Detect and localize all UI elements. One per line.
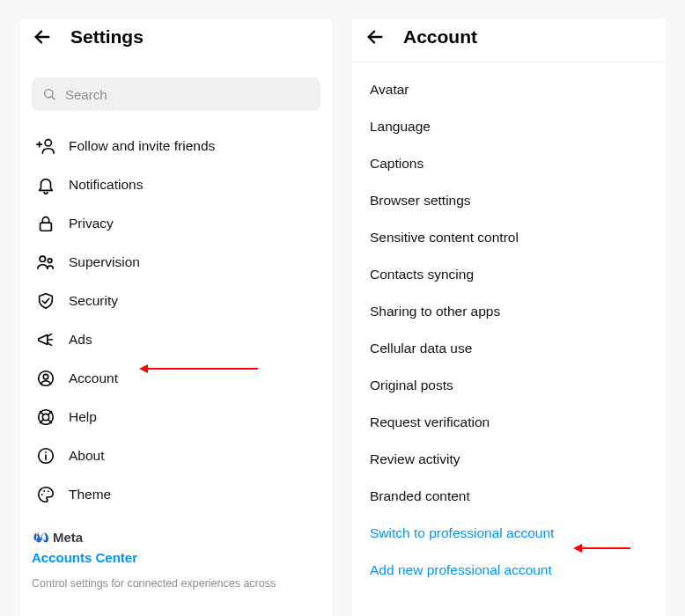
back-button[interactable] (30, 25, 55, 49)
account-item-review-activity[interactable]: Review activity (352, 441, 666, 478)
svg-point-10 (43, 374, 48, 379)
menu-item-security[interactable]: Security (19, 282, 333, 320)
menu-label: Ads (69, 332, 92, 348)
palette-icon (35, 484, 56, 505)
meta-logo-icon (32, 532, 49, 544)
svg-line-2 (52, 97, 55, 99)
menu-label: Security (69, 293, 118, 309)
add-friend-icon (35, 136, 56, 157)
back-button[interactable] (363, 25, 387, 49)
menu-item-ads[interactable]: Ads (19, 320, 333, 359)
menu-label: Account (69, 370, 118, 386)
settings-menu: Follow and invite friends Notifications … (19, 123, 333, 517)
menu-item-account[interactable]: Account (19, 359, 333, 398)
svg-point-20 (41, 494, 43, 495)
menu-label: Supervision (69, 254, 140, 270)
meta-brand: Meta (32, 530, 320, 545)
account-header: Account (352, 19, 666, 62)
account-list: Avatar Language Captions Browser setting… (352, 68, 666, 592)
menu-item-privacy[interactable]: Privacy (19, 204, 333, 243)
annotation-arrow (144, 368, 258, 370)
user-circle-icon (35, 368, 56, 389)
menu-item-help[interactable]: Help (19, 398, 333, 436)
account-item-cellular-data[interactable]: Cellular data use (352, 330, 666, 367)
menu-label: Follow and invite friends (69, 138, 215, 154)
menu-label: Help (69, 409, 97, 425)
menu-label: Notifications (69, 177, 143, 193)
meta-block: Meta Accounts Center (19, 517, 333, 568)
svg-point-19 (45, 451, 47, 453)
search-input[interactable]: Search (32, 77, 320, 111)
menu-label: Privacy (69, 216, 114, 231)
account-item-language[interactable]: Language (352, 108, 666, 145)
svg-point-5 (45, 140, 51, 146)
account-item-request-verification[interactable]: Request verification (352, 404, 666, 441)
search-icon (42, 87, 56, 101)
meta-description: Control settings for connected experienc… (19, 577, 333, 597)
menu-item-about[interactable]: About (19, 436, 333, 475)
account-item-original-posts[interactable]: Original posts (352, 367, 666, 404)
settings-panel: Settings Search Follow and invite friend… (19, 19, 333, 616)
account-item-browser-settings[interactable]: Browser settings (352, 182, 666, 219)
bell-icon (35, 174, 56, 195)
account-item-switch-professional[interactable]: Switch to professional account (352, 515, 666, 552)
accounts-center-link[interactable]: Accounts Center (32, 550, 320, 565)
account-item-contacts-syncing[interactable]: Contacts syncing (352, 256, 666, 293)
menu-label: Theme (69, 487, 111, 502)
search-placeholder: Search (65, 87, 107, 102)
arrow-left-icon (365, 27, 385, 47)
account-item-sensitive-content[interactable]: Sensitive content control (352, 219, 666, 256)
account-item-add-professional[interactable]: Add new professional account (352, 552, 666, 589)
svg-point-22 (48, 490, 49, 492)
svg-point-7 (40, 256, 45, 261)
settings-title: Settings (70, 26, 144, 48)
shield-icon (35, 290, 56, 312)
account-panel: Account Avatar Language Captions Browser… (352, 19, 666, 616)
divider (352, 62, 666, 62)
lock-icon (35, 213, 56, 234)
menu-item-notifications[interactable]: Notifications (19, 165, 333, 204)
menu-label: About (69, 448, 105, 464)
menu-item-follow-invite[interactable]: Follow and invite friends (19, 127, 333, 165)
svg-point-21 (43, 490, 45, 492)
account-item-branded-content[interactable]: Branded content (352, 478, 666, 515)
settings-header: Settings (19, 19, 333, 62)
annotation-arrow (578, 547, 630, 549)
megaphone-icon (35, 329, 56, 350)
meta-brand-text: Meta (53, 530, 83, 545)
lifebuoy-icon (35, 407, 56, 428)
people-icon (35, 252, 56, 273)
account-item-avatar[interactable]: Avatar (352, 71, 666, 108)
account-item-sharing[interactable]: Sharing to other apps (352, 293, 666, 330)
svg-point-8 (48, 259, 52, 263)
menu-item-supervision[interactable]: Supervision (19, 243, 333, 282)
account-title: Account (403, 26, 477, 48)
menu-item-theme[interactable]: Theme (19, 475, 333, 514)
account-item-captions[interactable]: Captions (352, 145, 666, 182)
arrow-left-icon (33, 27, 52, 47)
info-icon (35, 445, 56, 466)
svg-rect-6 (41, 223, 52, 231)
